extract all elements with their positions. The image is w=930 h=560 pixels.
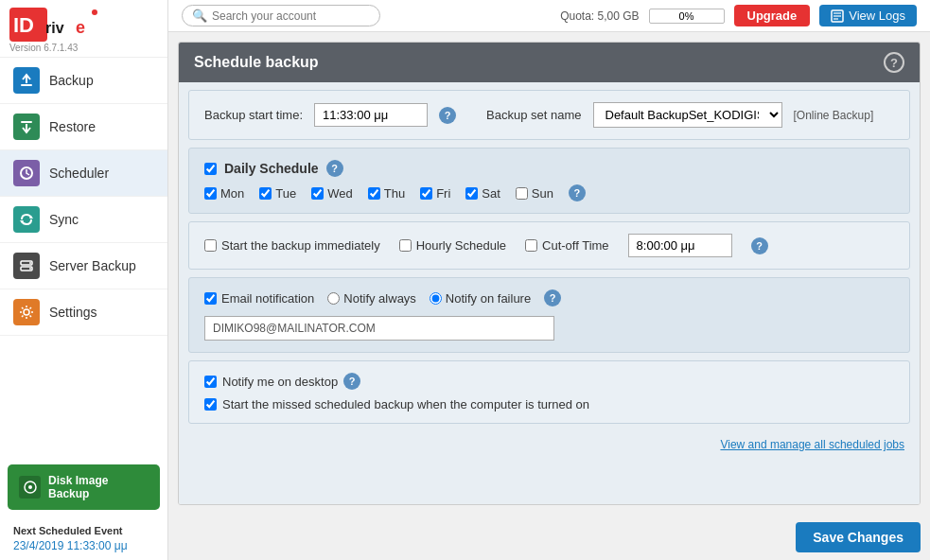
sidebar-item-backup[interactable]: Backup <box>0 58 167 104</box>
panel-help-button[interactable]: ? <box>884 52 904 73</box>
sidebar-item-restore-label: Restore <box>49 119 96 134</box>
svg-text:e: e <box>76 18 85 37</box>
search-icon: 🔍 <box>192 9 207 23</box>
upgrade-button[interactable]: Upgrade <box>734 5 811 26</box>
hourly-schedule-label: Hourly Schedule <box>416 238 506 253</box>
backup-set-name-label: Backup set name <box>486 108 581 122</box>
day-sun-label: Sun <box>532 186 553 201</box>
quota-percent: 0% <box>679 10 694 22</box>
start-immediately-option: Start the backup immediately <box>204 238 380 253</box>
quota-label: Quota: 5,00 GB <box>560 9 639 23</box>
restore-icon <box>13 114 40 140</box>
day-thu-checkbox[interactable] <box>368 187 380 200</box>
sidebar-item-sync-label: Sync <box>49 212 79 227</box>
sidebar-item-server-backup[interactable]: Server Backup <box>0 243 167 289</box>
sidebar: ID riv e Version 6.7.1.43 Backup Restore… <box>0 0 168 560</box>
day-wed: Wed <box>311 186 353 201</box>
day-thu-label: Thu <box>384 186 405 201</box>
missed-backup-checkbox[interactable] <box>204 398 217 411</box>
notify-desktop-row: Notify me on desktop ? <box>204 373 894 390</box>
quota-bar: 0% <box>649 9 725 24</box>
email-notification-option: Email notification <box>204 291 314 306</box>
hourly-schedule-option: Hourly Schedule <box>399 238 506 253</box>
backup-time-section: Backup start time: ? Backup set name Def… <box>188 90 910 140</box>
search-box[interactable]: 🔍 <box>182 5 380 26</box>
day-sat: Sat <box>465 186 500 201</box>
topbar: 🔍 Quota: 5,00 GB 0% Upgrade View Logs <box>168 0 930 32</box>
next-event-time: 23/4/2019 11:33:00 μμ <box>13 539 154 552</box>
notify-failure-label: Notify on failure <box>446 291 531 306</box>
day-wed-label: Wed <box>327 186 353 201</box>
notify-help-button[interactable]: ? <box>544 289 561 306</box>
server-backup-icon <box>13 253 40 279</box>
day-mon: Mon <box>204 186 244 201</box>
sidebar-item-scheduler[interactable]: Scheduler <box>0 150 167 197</box>
topbar-right: Quota: 5,00 GB 0% Upgrade View Logs <box>560 5 917 26</box>
svg-rect-5 <box>21 84 32 86</box>
cutoff-help-button[interactable]: ? <box>751 237 768 254</box>
svg-point-12 <box>29 262 31 264</box>
day-sun: Sun <box>516 186 553 201</box>
disk-image-backup-label: Disk Image Backup <box>48 474 149 500</box>
day-sat-label: Sat <box>482 186 500 201</box>
day-mon-checkbox[interactable] <box>204 187 217 200</box>
days-help-button[interactable]: ? <box>569 184 586 201</box>
day-tue: Tue <box>259 186 296 201</box>
daily-schedule-help-button[interactable]: ? <box>326 160 343 177</box>
idrive-logo: ID riv e <box>9 8 114 42</box>
backup-icon <box>13 67 40 94</box>
save-changes-button[interactable]: Save Changes <box>796 522 921 552</box>
search-input[interactable] <box>212 9 363 23</box>
notify-desktop-help-button[interactable]: ? <box>343 373 360 390</box>
daily-schedule-title: Daily Schedule ? <box>204 160 894 177</box>
notify-failure-radio[interactable] <box>430 292 442 305</box>
sidebar-item-scheduler-label: Scheduler <box>49 166 109 181</box>
day-fri: Fri <box>420 186 450 201</box>
start-immediately-checkbox[interactable] <box>204 239 217 252</box>
svg-point-13 <box>29 268 31 270</box>
day-tue-checkbox[interactable] <box>259 187 272 200</box>
schedule-backup-panel: Schedule backup ? Backup start time: ? B… <box>178 42 921 505</box>
notify-desktop-label: Notify me on desktop <box>222 375 338 389</box>
settings-icon <box>13 299 40 325</box>
notify-always-radio[interactable] <box>327 292 340 305</box>
day-fri-checkbox[interactable] <box>420 187 432 200</box>
view-logs-label: View Logs <box>849 9 905 23</box>
missed-backup-row: Start the missed scheduled backup when t… <box>204 397 894 411</box>
backup-set-select[interactable]: Default BackupSet_KODIGIS <box>593 102 782 128</box>
daily-schedule-section: Daily Schedule ? Mon Tue Wed <box>188 148 910 214</box>
backup-start-time-input[interactable] <box>314 103 428 127</box>
start-immediately-label: Start the backup immediately <box>221 238 380 253</box>
view-all-link[interactable]: View and manage all scheduled jobs <box>720 438 904 451</box>
notify-desktop-checkbox[interactable] <box>204 376 217 388</box>
cutoff-time-input[interactable] <box>628 234 732 257</box>
scheduler-icon <box>13 160 40 186</box>
app-version: Version 6.7.1.43 <box>9 43 158 53</box>
desktop-notify-section: Notify me on desktop ? Start the missed … <box>188 360 910 424</box>
sidebar-item-restore[interactable]: Restore <box>0 104 167 150</box>
panel-header: Schedule backup ? <box>179 43 920 82</box>
email-input[interactable] <box>204 316 554 341</box>
panel-body: Backup start time: ? Backup set name Def… <box>179 82 920 504</box>
options-row: Start the backup immediately Hourly Sche… <box>204 234 894 257</box>
sidebar-item-sync[interactable]: Sync <box>0 197 167 243</box>
hourly-schedule-checkbox[interactable] <box>399 239 412 252</box>
svg-rect-6 <box>21 121 32 123</box>
disk-image-backup-button[interactable]: Disk Image Backup <box>8 464 160 510</box>
sidebar-item-settings[interactable]: Settings <box>0 289 167 336</box>
cutoff-time-checkbox[interactable] <box>525 239 537 252</box>
cutoff-time-label: Cut-off Time <box>542 238 609 253</box>
sync-icon <box>13 206 40 233</box>
daily-schedule-checkbox[interactable] <box>204 163 217 175</box>
backup-time-help-button[interactable]: ? <box>439 107 456 124</box>
svg-point-16 <box>28 485 32 489</box>
svg-point-14 <box>24 309 29 315</box>
view-logs-button[interactable]: View Logs <box>819 5 917 26</box>
email-notification-row: Email notification Notify always Notify … <box>204 289 894 306</box>
day-sun-checkbox[interactable] <box>516 187 528 200</box>
cutoff-time-option: Cut-off Time <box>525 238 609 253</box>
email-notification-checkbox[interactable] <box>204 292 217 305</box>
day-sat-checkbox[interactable] <box>465 187 478 200</box>
day-wed-checkbox[interactable] <box>311 187 324 200</box>
svg-text:riv: riv <box>45 20 64 36</box>
